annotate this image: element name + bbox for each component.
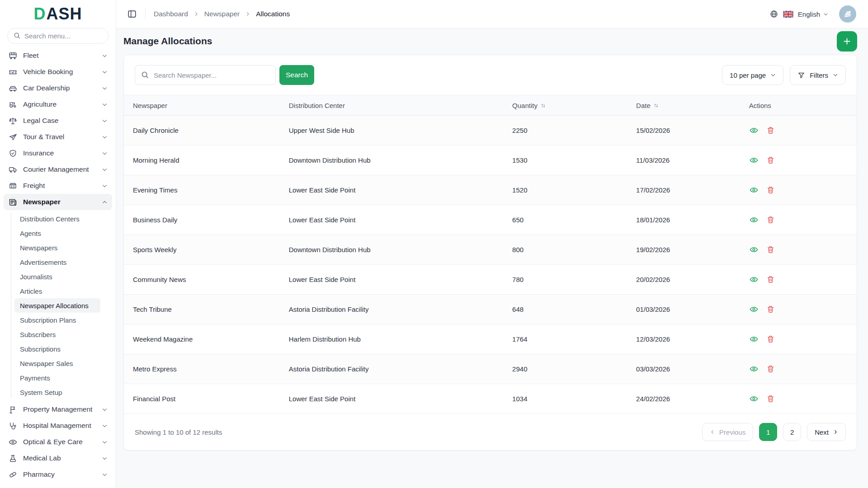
- language-selector[interactable]: English: [798, 10, 828, 18]
- sidebar-item-legal-case[interactable]: Legal Case: [4, 113, 112, 129]
- sidebar-item-newspaper[interactable]: Newspaper: [4, 194, 112, 210]
- chevron-left-icon: [710, 429, 715, 435]
- globe-icon[interactable]: [769, 9, 778, 19]
- trash-icon: [766, 275, 775, 284]
- delete-button[interactable]: [766, 365, 775, 373]
- chevron-down-icon: [102, 69, 108, 75]
- search-button[interactable]: Search: [279, 65, 314, 85]
- chevron-right-icon: [245, 11, 250, 17]
- delete-button[interactable]: [766, 216, 775, 224]
- next-page-button[interactable]: Next: [807, 423, 846, 441]
- sidebar-item-courier-management[interactable]: Courier Management: [4, 161, 112, 178]
- view-button[interactable]: [749, 155, 759, 165]
- breadcrumb-item-newspaper[interactable]: Newspaper: [204, 10, 240, 18]
- sidebar-item-label: Vehicle Booking: [23, 68, 102, 76]
- search-icon: [141, 70, 149, 79]
- main-area: DashboardNewspaperAllocations English: [116, 0, 868, 488]
- page-button-2[interactable]: 2: [783, 423, 801, 441]
- sidebar-subitem-journalists[interactable]: Journalists: [14, 269, 100, 284]
- view-eye-icon: [749, 305, 759, 314]
- chevron-down-icon: [102, 102, 108, 108]
- add-allocation-button[interactable]: [837, 31, 857, 52]
- table-header-row: NewspaperDistribution CenterQuantity↑↓Da…: [124, 95, 857, 116]
- sidebar-subitem-newspapers[interactable]: Newspapers: [14, 240, 100, 255]
- sidebar-subitem-subscription-plans[interactable]: Subscription Plans: [14, 313, 100, 327]
- view-button[interactable]: [749, 185, 759, 195]
- sidebar-subitem-payments[interactable]: Payments: [14, 371, 100, 385]
- sidebar-item-insurance[interactable]: Insurance: [4, 145, 112, 161]
- column-header-distribution-center: Distribution Center: [289, 95, 512, 116]
- sort-icon[interactable]: ↑↓: [654, 102, 658, 108]
- cell-distribution-center: Astoria Distribution Facility: [289, 295, 512, 324]
- breadcrumb-item-dashboard[interactable]: Dashboard: [154, 10, 188, 18]
- sidebar-subitem-subscribers[interactable]: Subscribers: [14, 327, 100, 342]
- view-button[interactable]: [749, 364, 759, 374]
- sidebar-subitem-articles[interactable]: Articles: [14, 284, 100, 298]
- sidebar-subitem-subscriptions[interactable]: Subscriptions: [14, 342, 100, 356]
- delete-button[interactable]: [766, 305, 775, 314]
- breadcrumb-item-allocations[interactable]: Allocations: [256, 10, 290, 18]
- view-button[interactable]: [749, 305, 759, 314]
- sidebar-item-hospital-management[interactable]: Hospital Management: [4, 418, 112, 434]
- view-button[interactable]: [749, 245, 759, 254]
- sidebar-subitem-newspaper-sales[interactable]: Newspaper Sales: [14, 356, 100, 371]
- sidebar-subitem-agents[interactable]: Agents: [14, 226, 100, 240]
- sidebar-item-medical-lab[interactable]: Medical Lab: [4, 450, 112, 466]
- view-eye-icon: [749, 334, 759, 344]
- allocations-table: NewspaperDistribution CenterQuantity↑↓Da…: [124, 95, 857, 414]
- view-button[interactable]: [749, 215, 759, 225]
- chevron-down-icon: [102, 167, 108, 173]
- view-button[interactable]: [749, 394, 759, 404]
- cell-quantity: 2940: [512, 354, 636, 384]
- sidebar-toggle-icon[interactable]: [127, 9, 137, 19]
- sidebar-subitem-advertisements[interactable]: Advertisements: [14, 255, 100, 269]
- chevron-down-icon: [833, 72, 838, 78]
- trash-icon: [766, 156, 775, 164]
- plus-icon: [843, 37, 851, 46]
- filters-button[interactable]: Filters: [790, 65, 846, 85]
- delete-button[interactable]: [766, 275, 775, 284]
- view-button[interactable]: [749, 126, 759, 135]
- sidebar-subitem-system-setup[interactable]: System Setup: [14, 385, 100, 399]
- logo-letters-ash: ASH: [46, 5, 82, 23]
- cell-date: 01/03/2026: [636, 295, 749, 324]
- delete-button[interactable]: [766, 245, 775, 254]
- app-logo: DASH: [0, 5, 116, 23]
- sidebar-item-label: Freight: [23, 182, 102, 190]
- sidebar-item-tour-travel[interactable]: Tour & Travel: [4, 129, 112, 145]
- delete-button[interactable]: [766, 335, 775, 343]
- sidebar-item-label: Agriculture: [23, 100, 102, 108]
- sidebar-item-optical-eye-care[interactable]: Optical & Eye Care: [4, 434, 112, 450]
- sidebar-item-pharmacy[interactable]: Pharmacy: [4, 466, 112, 483]
- chevron-down-icon: [102, 455, 108, 461]
- per-page-select[interactable]: 10 per page: [722, 65, 783, 85]
- delete-button[interactable]: [766, 156, 775, 164]
- sidebar-item-fleet[interactable]: Fleet: [4, 47, 112, 64]
- view-button[interactable]: [749, 334, 759, 344]
- cell-newspaper: Tech Tribune: [124, 295, 289, 324]
- delete-button[interactable]: [766, 394, 775, 403]
- previous-page-button[interactable]: Previous: [702, 423, 753, 441]
- newspaper-search-input[interactable]: [135, 65, 276, 85]
- sidebar-item-label: Optical & Eye Care: [23, 438, 102, 446]
- delete-button[interactable]: [766, 126, 775, 135]
- sidebar-subitem-distribution-centers[interactable]: Distribution Centers: [14, 211, 100, 226]
- cell-quantity: 650: [512, 205, 636, 235]
- chevron-down-icon: [102, 118, 108, 124]
- delete-button[interactable]: [766, 186, 775, 194]
- chevron-up-icon: [102, 199, 108, 205]
- sidebar-item-car-dealership[interactable]: Car Dealership: [4, 80, 112, 96]
- sort-icon[interactable]: ↑↓: [541, 102, 545, 108]
- sidebar-search-input[interactable]: [7, 28, 108, 44]
- sidebar-item-property-management[interactable]: Property Management: [4, 401, 112, 418]
- sidebar-subitem-newspaper-allocations[interactable]: Newspaper Allocations: [14, 298, 100, 313]
- page-button-1[interactable]: 1: [759, 423, 777, 441]
- view-eye-icon: [749, 155, 759, 165]
- view-button[interactable]: [749, 275, 759, 284]
- cell-date: 17/02/2026: [636, 175, 749, 205]
- sidebar-item-vehicle-booking[interactable]: Vehicle Booking: [4, 64, 112, 80]
- sidebar-item-freight[interactable]: Freight: [4, 178, 112, 194]
- user-avatar[interactable]: [839, 5, 856, 23]
- sidebar-item-label: Tour & Travel: [23, 133, 102, 141]
- sidebar-item-agriculture[interactable]: Agriculture: [4, 96, 112, 113]
